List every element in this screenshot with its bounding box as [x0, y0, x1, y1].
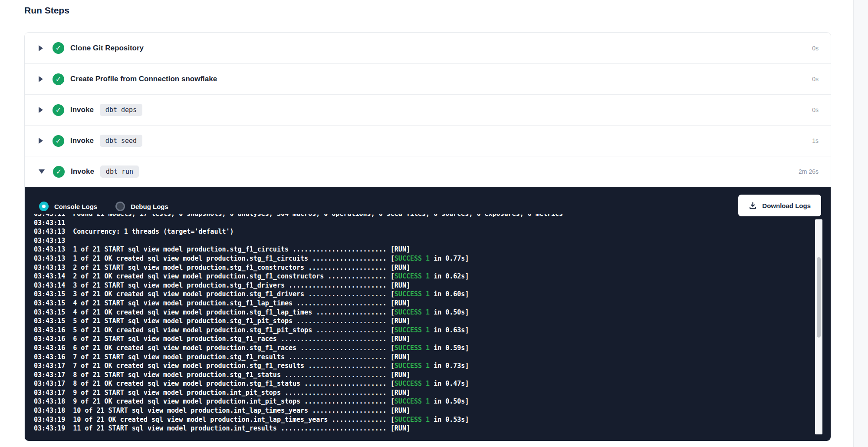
- download-icon: [749, 202, 757, 210]
- log-message: 3 of 21 START sql view model production.…: [73, 281, 391, 289]
- log-timestamp: 03:43:13: [34, 236, 73, 245]
- log-status: SUCCESS 1: [395, 272, 430, 280]
- log-timestamp: 03:43:16: [34, 326, 73, 335]
- console-logs-option[interactable]: Console Logs: [39, 202, 97, 211]
- log-message: 6 of 21 OK created sql view model produc…: [73, 344, 391, 352]
- log-status: RUN: [395, 389, 406, 397]
- step-command-badge: dbt run: [100, 166, 139, 178]
- log-status: SUCCESS 1: [395, 308, 430, 316]
- expand-caret-icon[interactable]: [39, 107, 43, 113]
- run-step-row[interactable]: ✓ Invoke dbt seed 1s: [25, 125, 831, 156]
- log-line: 03:43:166 of 21 START sql view model pro…: [34, 334, 811, 344]
- log-status: RUN: [395, 335, 406, 343]
- step-duration: 1s: [812, 137, 819, 144]
- log-message: 5 of 21 OK created sql view model produc…: [73, 326, 391, 334]
- log-line: 03:43:13: [34, 236, 811, 245]
- log-status: SUCCESS 1: [395, 416, 430, 424]
- log-status: SUCCESS 1: [395, 255, 430, 262]
- log-timestamp: 03:43:15: [34, 299, 73, 308]
- log-status: SUCCESS 1: [395, 326, 430, 334]
- run-step-row[interactable]: ✓ Create Profile from Connection snowfla…: [25, 63, 831, 94]
- step-label: Invoke: [70, 136, 94, 145]
- log-lines: 03:43:11Found 21 models, 17 tests, 0 sna…: [34, 214, 811, 433]
- expand-caret-icon[interactable]: [39, 169, 45, 174]
- log-message: 8 of 21 START sql view model production.…: [73, 371, 391, 379]
- step-command-badge: dbt deps: [100, 104, 142, 116]
- success-check-icon: ✓: [53, 42, 64, 54]
- step-duration: 2m 26s: [799, 168, 819, 175]
- log-line: 03:43:1911 of 21 START sql view model pr…: [34, 424, 811, 433]
- log-line: 03:43:153 of 21 OK created sql view mode…: [34, 290, 811, 299]
- log-message: 11 of 21 START sql view model production…: [73, 424, 391, 432]
- log-message: 9 of 21 OK created sql view model produc…: [73, 397, 391, 405]
- log-timestamp: 03:43:16: [34, 344, 73, 353]
- log-status: RUN: [395, 299, 406, 307]
- expand-caret-icon[interactable]: [39, 76, 43, 82]
- radio-unselected-icon[interactable]: [115, 202, 125, 211]
- log-timestamp: 03:43:15: [34, 308, 73, 317]
- log-status: RUN: [395, 264, 406, 272]
- success-check-icon: ✓: [53, 166, 65, 178]
- step-label: Clone Git Repository: [70, 44, 144, 53]
- debug-logs-option[interactable]: Debug Logs: [115, 202, 168, 211]
- log-timestamp: 03:43:15: [34, 317, 73, 326]
- log-timestamp: 03:43:14: [34, 281, 73, 290]
- expand-caret-icon[interactable]: [39, 45, 43, 51]
- download-logs-button[interactable]: Download Logs: [738, 195, 821, 216]
- log-status: RUN: [395, 353, 406, 361]
- run-step-row[interactable]: ✓ Invoke dbt deps 0s: [25, 94, 831, 125]
- log-status: RUN: [395, 245, 406, 253]
- log-line: 03:43:178 of 21 OK created sql view mode…: [34, 379, 811, 388]
- console-panel: Console Logs Debug Logs Download Logs 03…: [25, 187, 831, 441]
- log-line: 03:43:154 of 21 START sql view model pro…: [34, 299, 811, 308]
- run-step-row[interactable]: ✓ Invoke dbt run 2m 26s: [25, 156, 831, 187]
- run-steps-card: ✓ Clone Git Repository 0s ✓ Create Profi…: [24, 32, 831, 441]
- radio-selected-icon[interactable]: [39, 202, 49, 211]
- log-timestamp: 03:43:13: [34, 254, 73, 263]
- page-right-gutter: [853, 0, 868, 447]
- log-line: 03:43:1810 of 21 START sql view model pr…: [34, 406, 811, 415]
- log-timestamp: 03:43:16: [34, 353, 73, 362]
- log-line: 03:43:179 of 21 START sql view model pro…: [34, 388, 811, 397]
- log-line: 03:43:165 of 21 OK created sql view mode…: [34, 326, 811, 335]
- debug-logs-label: Debug Logs: [131, 203, 168, 210]
- expand-caret-icon[interactable]: [39, 138, 43, 144]
- log-message: 4 of 21 START sql view model production.…: [73, 299, 391, 307]
- log-timestamp: 03:43:15: [34, 290, 73, 299]
- log-status: SUCCESS 1: [395, 344, 430, 352]
- log-message: 10 of 21 OK created sql view model produ…: [73, 416, 391, 424]
- log-timestamp: 03:43:17: [34, 379, 73, 388]
- log-status: SUCCESS 1: [395, 290, 430, 298]
- log-line: 03:43:132 of 21 START sql view model pro…: [34, 263, 811, 272]
- log-scrollbar-track[interactable]: [815, 219, 822, 434]
- log-message: 4 of 21 OK created sql view model produc…: [73, 308, 391, 316]
- run-step-row[interactable]: ✓ Clone Git Repository 0s: [25, 33, 831, 63]
- log-status: SUCCESS 1: [395, 380, 430, 387]
- log-timestamp: 03:43:17: [34, 388, 73, 397]
- step-label: Invoke: [70, 106, 94, 114]
- log-status: RUN: [395, 281, 406, 289]
- log-line: 03:43:167 of 21 START sql view model pro…: [34, 353, 811, 362]
- console-logs-label: Console Logs: [54, 203, 97, 210]
- step-duration: 0s: [812, 106, 819, 113]
- console-log-output: 03:43:11Found 21 models, 17 tests, 0 sna…: [34, 214, 811, 438]
- log-scrollbar-thumb[interactable]: [817, 257, 821, 338]
- log-message: 5 of 21 START sql view model production.…: [73, 317, 391, 325]
- log-timestamp: 03:43:16: [34, 334, 73, 344]
- log-line: 03:43:1910 of 21 OK created sql view mod…: [34, 415, 811, 424]
- log-message: 7 of 21 OK created sql view model produc…: [73, 362, 391, 370]
- download-logs-label: Download Logs: [762, 202, 811, 209]
- log-message: 3 of 21 OK created sql view model produc…: [73, 290, 391, 298]
- log-message: 9 of 21 START sql view model production.…: [73, 389, 391, 397]
- step-duration: 0s: [812, 76, 819, 83]
- log-timestamp: 03:43:11: [34, 214, 73, 219]
- log-message: 2 of 21 START sql view model production.…: [73, 264, 391, 272]
- success-check-icon: ✓: [53, 135, 64, 147]
- log-timestamp: 03:43:17: [34, 371, 73, 380]
- log-status: RUN: [395, 371, 406, 379]
- log-line: 03:43:166 of 21 OK created sql view mode…: [34, 344, 811, 353]
- log-message: Concurrency: 1 threads (target='default'…: [73, 228, 233, 235]
- page-title: Run Steps: [24, 5, 69, 16]
- log-message: Found 21 models, 17 tests, 0 snapshots, …: [73, 214, 563, 218]
- step-command-badge: dbt seed: [100, 135, 142, 147]
